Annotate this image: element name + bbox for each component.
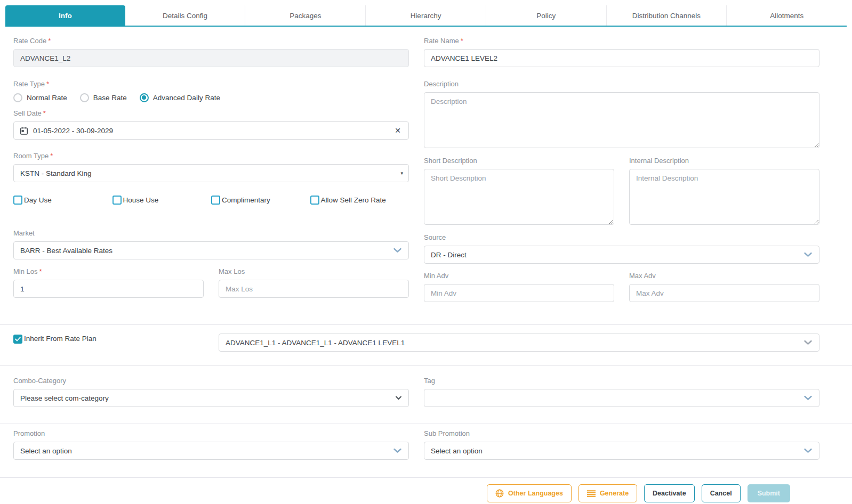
rate-name-label: Rate Name* xyxy=(424,37,819,45)
tab-bar: Info Details Config Packages Hierarchy P… xyxy=(5,5,847,27)
min-los-input[interactable] xyxy=(13,280,204,298)
inherit-rate-plan-value: ADVANCE1_L1 - ADVANCE1_L1 - ADVANCE1 LEV… xyxy=(226,339,405,347)
chevron-down-icon xyxy=(804,449,812,453)
checkbox-allow-sell-zero-rate[interactable]: Allow Sell Zero Rate xyxy=(310,194,409,205)
adv-row: Min Adv Max Adv xyxy=(424,272,819,302)
max-los-group: Max Los xyxy=(219,267,409,298)
radio-circle-icon xyxy=(13,93,22,102)
tab-info[interactable]: Info xyxy=(5,5,125,26)
combo-category-select[interactable]: Please select com-category xyxy=(13,389,409,407)
room-type-label: Room Type* xyxy=(13,152,409,160)
radio-label: Normal Rate xyxy=(27,94,67,102)
radio-circle-icon xyxy=(80,93,89,102)
sub-promotion-select[interactable]: Select an option xyxy=(424,442,819,460)
min-los-label: Min Los* xyxy=(13,267,204,276)
tab-packages[interactable]: Packages xyxy=(245,5,366,26)
tab-policy[interactable]: Policy xyxy=(486,5,607,26)
checkbox-icon xyxy=(13,196,22,205)
source-group: Source DR - Direct xyxy=(424,233,819,264)
cancel-button[interactable]: Cancel xyxy=(702,484,741,502)
sub-promotion-label: Sub Promotion xyxy=(424,429,819,438)
promotion-select[interactable]: Select an option xyxy=(13,442,409,460)
other-languages-button[interactable]: Other Languages xyxy=(487,484,572,502)
short-description-group: Short Description xyxy=(424,157,614,227)
generate-button[interactable]: Generate xyxy=(578,484,637,502)
checkbox-icon xyxy=(112,196,122,205)
globe-icon xyxy=(495,489,504,498)
internal-description-textarea[interactable] xyxy=(629,169,819,225)
min-adv-input[interactable] xyxy=(424,284,614,302)
max-adv-group: Max Adv xyxy=(629,272,819,302)
deactivate-button[interactable]: Deactivate xyxy=(644,484,695,502)
max-los-label: Max Los xyxy=(219,267,409,276)
source-select[interactable]: DR - Direct xyxy=(424,246,819,264)
checkbox-icon xyxy=(310,196,319,205)
market-group: Market BARR - Best Available Rates xyxy=(13,229,409,259)
clear-date-icon[interactable]: ✕ xyxy=(395,127,401,134)
max-adv-label: Max Adv xyxy=(629,272,819,280)
sub-promotion-group: Sub Promotion Select an option xyxy=(424,429,819,460)
info-form: Rate Code* Rate Type* Normal Rate Base R… xyxy=(0,27,852,502)
room-type-select[interactable]: KSTN - Standard King ▾ xyxy=(13,164,409,182)
chevron-down-icon xyxy=(804,396,812,401)
source-label: Source xyxy=(424,233,819,242)
chevron-down-icon xyxy=(393,248,401,253)
lines-icon xyxy=(587,490,596,497)
min-los-group: Min Los* xyxy=(13,267,204,298)
min-adv-label: Min Adv xyxy=(424,272,614,280)
checkbox-icon xyxy=(211,196,220,205)
tab-hierarchy[interactable]: Hierarchy xyxy=(366,5,486,26)
sub-promotion-value: Select an option xyxy=(431,447,483,455)
checkbox-house-use[interactable]: House Use xyxy=(112,194,212,205)
tab-allotments[interactable]: Allotments xyxy=(727,5,847,26)
required-asterisk: * xyxy=(461,37,463,45)
chevron-down-icon xyxy=(804,340,812,345)
room-type-value: KSTN - Standard King xyxy=(20,169,92,177)
tag-label: Tag xyxy=(424,377,819,385)
los-row: Min Los* Max Los xyxy=(13,267,409,298)
tab-details-config[interactable]: Details Config xyxy=(125,5,246,26)
rate-type-label: Rate Type* xyxy=(13,80,409,88)
market-value: BARR - Best Available Rates xyxy=(20,247,112,255)
tag-select[interactable] xyxy=(424,389,819,407)
inherit-from-rate-plan-checkbox[interactable]: Inherit From Rate Plan xyxy=(13,334,204,344)
deactivate-label: Deactivate xyxy=(653,490,686,497)
tab-distribution-channels[interactable]: Distribution Channels xyxy=(607,5,727,26)
radio-base-rate[interactable]: Base Rate xyxy=(80,93,127,102)
max-los-input[interactable] xyxy=(219,280,409,298)
required-asterisk: * xyxy=(43,109,46,117)
room-type-group: Room Type* KSTN - Standard King ▾ xyxy=(13,152,409,182)
radio-normal-rate[interactable]: Normal Rate xyxy=(13,93,67,102)
sell-date-input[interactable]: 01-05-2022 - 30-09-2029 ✕ xyxy=(13,121,409,140)
combo-category-value: Please select com-category xyxy=(20,394,109,402)
combo-category-group: Combo-Category Please select com-categor… xyxy=(13,377,409,407)
sell-date-value: 01-05-2022 - 30-09-2029 xyxy=(33,127,113,135)
rate-code-group: Rate Code* xyxy=(13,37,409,67)
checkbox-label: Day Use xyxy=(24,196,52,204)
footer-actions: Other Languages Generate Deactivate Canc… xyxy=(13,478,819,502)
checkbox-label: Allow Sell Zero Rate xyxy=(321,196,386,204)
rate-name-input[interactable] xyxy=(424,49,819,67)
internal-description-group: Internal Description xyxy=(629,157,819,227)
inherit-rate-plan-select[interactable]: ADVANCE1_L1 - ADVANCE1_L1 - ADVANCE1 LEV… xyxy=(219,334,819,352)
checkbox-complimentary[interactable]: Complimentary xyxy=(211,194,310,205)
short-description-textarea[interactable] xyxy=(424,169,614,225)
required-asterisk: * xyxy=(39,267,42,275)
sell-date-group: Sell Date* 01-05-2022 - 30-09-2029 ✕ xyxy=(13,109,409,140)
radio-label: Advanced Daily Rate xyxy=(153,94,220,102)
market-select[interactable]: BARR - Best Available Rates xyxy=(13,241,409,259)
description-group: Description xyxy=(424,80,819,150)
description-textarea[interactable] xyxy=(424,92,819,148)
max-adv-input[interactable] xyxy=(629,284,819,302)
cancel-label: Cancel xyxy=(710,490,732,497)
radio-advanced-daily-rate[interactable]: Advanced Daily Rate xyxy=(140,93,220,102)
combo-category-label: Combo-Category xyxy=(13,377,409,385)
rate-code-input xyxy=(13,49,409,67)
sell-date-label: Sell Date* xyxy=(13,109,409,118)
checkbox-day-use[interactable]: Day Use xyxy=(13,194,112,205)
inherit-label-text: Inherit From Rate Plan xyxy=(24,335,97,343)
checkbox-row: Day Use House Use Complimentary Allow Se… xyxy=(13,194,409,205)
checkbox-label: House Use xyxy=(123,196,159,204)
rate-name-group: Rate Name* xyxy=(424,37,819,67)
submit-button[interactable]: Submit xyxy=(747,484,790,502)
